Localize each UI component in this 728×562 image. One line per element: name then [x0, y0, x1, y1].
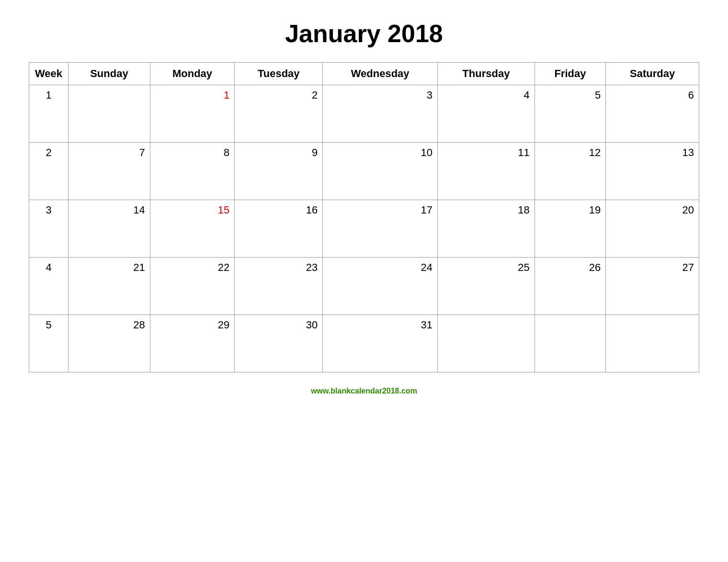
- day-cell: 16: [235, 200, 323, 258]
- day-cell: 22: [150, 258, 235, 315]
- week-number-3: 3: [29, 200, 68, 258]
- day-cell: [438, 315, 535, 372]
- day-number: 5: [540, 89, 601, 101]
- day-cell: [535, 315, 606, 372]
- col-header-thursday: Thursday: [438, 63, 535, 85]
- day-number: 1: [155, 89, 230, 101]
- week-number-2: 2: [29, 143, 68, 200]
- col-header-friday: Friday: [535, 63, 606, 85]
- day-number: 28: [73, 319, 145, 331]
- day-number: 23: [239, 261, 318, 274]
- col-header-wednesday: Wednesday: [323, 63, 438, 85]
- day-cell: 8: [150, 143, 235, 200]
- day-cell: 28: [68, 315, 150, 372]
- day-cell: 14: [68, 200, 150, 258]
- footer-link: www.blankcalendar2018.com: [311, 387, 417, 395]
- day-number: 12: [540, 146, 601, 159]
- col-header-week: Week: [29, 63, 68, 85]
- day-cell: 13: [606, 143, 699, 200]
- day-number: 17: [328, 204, 432, 216]
- day-number: 11: [443, 146, 530, 159]
- col-header-tuesday: Tuesday: [235, 63, 323, 85]
- day-number: 10: [328, 146, 432, 159]
- day-number: 14: [73, 204, 145, 216]
- day-cell: 23: [235, 258, 323, 315]
- day-cell: 5: [535, 85, 606, 143]
- day-number: 7: [73, 146, 145, 159]
- day-cell: 30: [235, 315, 323, 372]
- day-number: 6: [611, 89, 694, 101]
- day-cell: 1: [150, 85, 235, 143]
- day-cell: 25: [438, 258, 535, 315]
- calendar-table: Week Sunday Monday Tuesday Wednesday Thu…: [29, 62, 699, 372]
- calendar-wrapper: Week Sunday Monday Tuesday Wednesday Thu…: [29, 62, 699, 372]
- day-number: 20: [611, 204, 694, 216]
- day-cell: 9: [235, 143, 323, 200]
- day-cell: 17: [323, 200, 438, 258]
- day-cell: 20: [606, 200, 699, 258]
- day-cell: 18: [438, 200, 535, 258]
- page-title: January 2018: [285, 19, 443, 48]
- day-cell: 7: [68, 143, 150, 200]
- day-cell: 19: [535, 200, 606, 258]
- week-number-5: 5: [29, 315, 68, 372]
- week-number-1: 1: [29, 85, 68, 143]
- week-number-4: 4: [29, 258, 68, 315]
- week-row-4: 421222324252627: [29, 258, 699, 315]
- day-number: 24: [328, 261, 432, 274]
- day-cell: 31: [323, 315, 438, 372]
- col-header-saturday: Saturday: [606, 63, 699, 85]
- day-number: 26: [540, 261, 601, 274]
- day-cell: 3: [323, 85, 438, 143]
- day-cell: 29: [150, 315, 235, 372]
- day-number: 27: [611, 261, 694, 274]
- week-row-3: 314151617181920: [29, 200, 699, 258]
- day-number: 22: [155, 261, 230, 274]
- day-cell: [606, 315, 699, 372]
- week-row-5: 528293031: [29, 315, 699, 372]
- col-header-sunday: Sunday: [68, 63, 150, 85]
- day-cell: 4: [438, 85, 535, 143]
- day-number: 15: [155, 204, 230, 216]
- day-cell: 26: [535, 258, 606, 315]
- header-row: Week Sunday Monday Tuesday Wednesday Thu…: [29, 63, 699, 85]
- day-cell: 6: [606, 85, 699, 143]
- day-number: 9: [239, 146, 318, 159]
- col-header-monday: Monday: [150, 63, 235, 85]
- day-number: 3: [328, 89, 432, 101]
- day-number: 31: [328, 319, 432, 331]
- day-number: 19: [540, 204, 601, 216]
- day-number: 21: [73, 261, 145, 274]
- day-number: 25: [443, 261, 530, 274]
- day-number: 16: [239, 204, 318, 216]
- day-number: 8: [155, 146, 230, 159]
- day-cell: 21: [68, 258, 150, 315]
- day-cell: 2: [235, 85, 323, 143]
- day-number: 29: [155, 319, 230, 331]
- day-cell: 15: [150, 200, 235, 258]
- day-number: 2: [239, 89, 318, 101]
- week-row-1: 1123456: [29, 85, 699, 143]
- day-cell: 24: [323, 258, 438, 315]
- day-number: 18: [443, 204, 530, 216]
- day-cell: [68, 85, 150, 143]
- day-cell: 10: [323, 143, 438, 200]
- day-cell: 12: [535, 143, 606, 200]
- day-number: 4: [443, 89, 530, 101]
- week-row-2: 278910111213: [29, 143, 699, 200]
- day-cell: 11: [438, 143, 535, 200]
- day-number: 30: [239, 319, 318, 331]
- day-cell: 27: [606, 258, 699, 315]
- day-number: 13: [611, 146, 694, 159]
